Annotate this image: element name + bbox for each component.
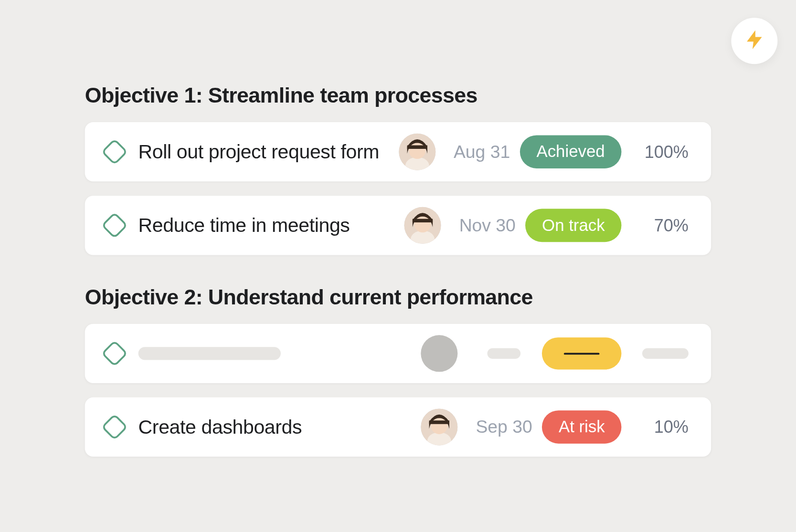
placeholder-date [468,348,540,359]
svg-rect-11 [429,420,449,424]
goal-progress: 70% [632,216,689,235]
goal-card-placeholder [85,324,711,383]
status-badge-ontrack: On track [525,209,621,242]
goal-card[interactable]: Reduce time in meetings Nov 30 On track … [85,196,711,255]
goal-card[interactable]: Roll out project request form Aug 31 Ach… [85,122,711,181]
goal-name: Reduce time in meetings [138,214,393,237]
goal-diamond-icon [100,137,129,166]
goal-progress: 10% [632,417,689,437]
placeholder-progress [632,348,689,359]
assignee-avatar[interactable] [404,207,441,244]
goal-diamond-icon [100,339,129,368]
placeholder-name [138,347,281,360]
objectives-list: Objective 1: Streamline team processes R… [85,83,711,486]
objective-block: Objective 1: Streamline team processes R… [85,83,711,255]
svg-rect-7 [413,219,433,222]
lightning-icon [743,29,765,53]
goal-progress: 100% [632,142,689,162]
goal-date: Aug 31 [446,142,518,162]
objective-title: Objective 1: Streamline team processes [85,83,711,108]
goal-diamond-icon [100,413,129,441]
goal-date: Sep 30 [468,417,540,437]
assignee-avatar[interactable] [399,134,435,170]
goal-name: Create dashboards [138,416,409,438]
goal-card[interactable]: Create dashboards Sep 30 At risk 10% [85,397,711,457]
status-badge-achieved: Achieved [520,135,622,168]
status-badge-pending [542,337,622,369]
goal-date: Nov 30 [452,215,523,235]
svg-rect-3 [407,146,427,149]
goal-diamond-icon [100,211,129,240]
placeholder-avatar [421,335,457,372]
ai-lightning-badge[interactable] [731,18,777,64]
objective-block: Objective 2: Understand current performa… [85,285,711,457]
status-badge-atrisk: At risk [542,410,621,444]
assignee-avatar[interactable] [421,408,458,445]
goal-name: Roll out project request form [138,141,387,163]
objective-title: Objective 2: Understand current performa… [85,285,711,310]
